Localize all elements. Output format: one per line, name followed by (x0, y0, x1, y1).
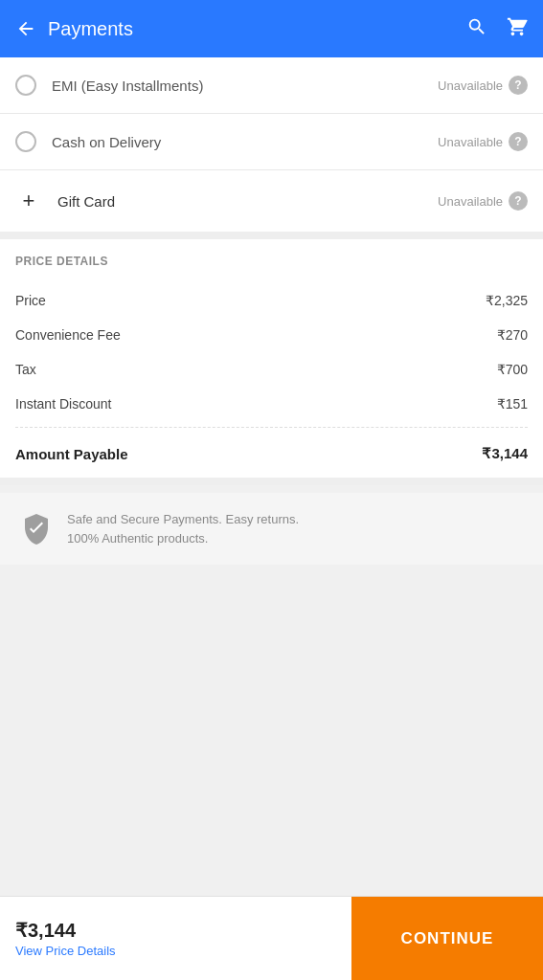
section-divider (0, 232, 543, 239)
total-label: Amount Payable (15, 446, 128, 462)
continue-button[interactable]: CONTINUE (351, 897, 543, 980)
view-price-details-link[interactable]: View Price Details (15, 944, 336, 958)
shield-icon (19, 512, 54, 546)
cart-icon[interactable] (507, 16, 528, 42)
discount-value: ₹151 (497, 396, 528, 412)
cod-option[interactable]: Cash on Delivery Unavailable ? (0, 114, 543, 170)
price-row-total: Amount Payable ₹3,144 (15, 434, 528, 478)
cod-status: Unavailable ? (438, 132, 528, 151)
bottom-price-section: ₹3,144 View Price Details (0, 919, 351, 958)
price-label: Price (15, 293, 46, 308)
bottom-bar: ₹3,144 View Price Details CONTINUE (0, 896, 543, 980)
emi-option[interactable]: EMI (Easy Installments) Unavailable ? (0, 57, 543, 114)
header-icons (466, 16, 528, 42)
search-icon[interactable] (466, 16, 487, 42)
gift-card-status: Unavailable ? (438, 191, 528, 211)
emi-radio[interactable] (15, 75, 36, 96)
gift-help-icon[interactable]: ? (509, 191, 528, 211)
tax-value: ₹700 (497, 362, 528, 377)
price-row-tax: Tax ₹700 (15, 352, 528, 387)
fee-label: Convenience Fee (15, 327, 121, 343)
price-divider (15, 427, 528, 428)
cod-help-icon[interactable]: ? (509, 132, 528, 151)
total-value: ₹3,144 (482, 445, 528, 462)
payment-options-section: EMI (Easy Installments) Unavailable ? Ca… (0, 57, 543, 232)
bottom-amount: ₹3,144 (15, 919, 336, 942)
cod-radio[interactable] (15, 131, 36, 152)
secure-text: Safe and Secure Payments. Easy returns.1… (67, 510, 299, 547)
price-value: ₹2,325 (486, 293, 528, 308)
emi-status: Unavailable ? (438, 76, 528, 95)
page-title: Payments (48, 18, 466, 40)
price-details-section: PRICE DETAILS Price ₹2,325 Convenience F… (0, 239, 543, 478)
section-divider-2 (0, 478, 543, 485)
gift-card-option[interactable]: + Gift Card Unavailable ? (0, 170, 543, 232)
secure-banner: Safe and Secure Payments. Easy returns.1… (0, 493, 543, 565)
price-section-title: PRICE DETAILS (15, 255, 528, 268)
tax-label: Tax (15, 362, 36, 377)
price-row-price: Price ₹2,325 (15, 283, 528, 318)
price-row-fee: Convenience Fee ₹270 (15, 318, 528, 352)
price-row-discount: Instant Discount ₹151 (15, 387, 528, 421)
cod-label: Cash on Delivery (52, 134, 438, 150)
plus-icon[interactable]: + (15, 188, 42, 214)
gift-card-label: Gift Card (57, 193, 438, 210)
discount-label: Instant Discount (15, 396, 111, 412)
fee-value: ₹270 (497, 327, 528, 343)
header: Payments (0, 0, 543, 57)
back-button[interactable] (15, 18, 36, 39)
emi-label: EMI (Easy Installments) (52, 78, 438, 94)
emi-help-icon[interactable]: ? (509, 76, 528, 95)
